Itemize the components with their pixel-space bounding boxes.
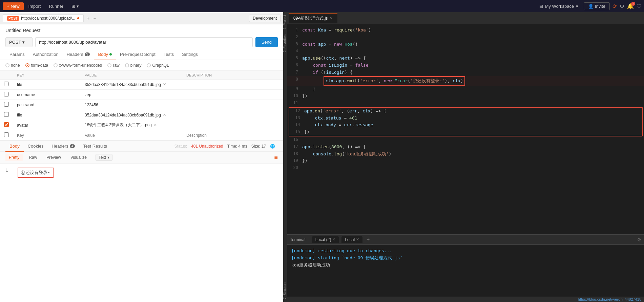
url-input[interactable] [35,37,253,47]
code-line-2: 2 [287,34,644,41]
radio-urlencoded [54,63,58,67]
form-data-table-container: KEY VALUE DESCRIPTION file 352daa384124d… [0,70,283,141]
method-select[interactable]: POST ▾ [5,37,33,47]
terminal-tab1-close-icon[interactable]: ✕ [332,237,335,242]
workspace-button[interactable]: ⊞ My Workspace ▾ [535,2,583,10]
resp-format-raw[interactable]: Raw [25,154,40,161]
code-line-6: 6 const isLogin = false [287,62,644,69]
row5-remove-icon[interactable]: ✕ [154,123,157,127]
structure-tab[interactable]: 7. Structure [283,279,287,302]
resp-line-num: 1 [5,168,12,178]
tab-body[interactable]: Body [94,49,116,60]
code-line-18: 18 console.log('koa服务器启动成功') [287,151,644,158]
row6-checkbox[interactable] [4,132,9,137]
terminal-tab2-close-icon[interactable]: ✕ [356,237,359,242]
invite-button[interactable]: 👤 Invite [584,2,610,10]
runner-button[interactable]: Runner [45,2,67,10]
code-line-16: 16 [287,136,644,144]
editor-tab-main[interactable]: 09-错误处理方式.js ✕ [289,13,337,23]
option-graphql[interactable]: GraphQL [147,63,169,68]
resp-tab-body[interactable]: Body [5,141,24,152]
response-content: 1 您还没有登录~ [0,164,283,302]
status-label: Status: [174,144,187,149]
footer-url[interactable]: https://blog.csdn.net/weixin_44827418 [287,297,644,302]
table-row: file 352daa384124de184ac83cb6ba091db.jpg… [0,110,283,120]
resp-format-visualize[interactable]: Visualize [67,154,90,161]
resp-format-preview[interactable]: Preview [43,154,64,161]
option-raw[interactable]: raw [107,63,119,68]
new-tab-button[interactable]: + [85,15,91,21]
editor-close-icon[interactable]: ✕ [330,16,333,21]
import-button[interactable]: Import [25,2,44,10]
terminal-tab-local[interactable]: Local ✕ [341,236,362,243]
layout-button[interactable]: ⊞ ▾ [68,2,82,10]
tab-url: http://localhost:8000/upload/... [21,16,75,21]
row2-checkbox[interactable] [4,92,9,96]
more-tabs-button[interactable]: ··· [92,16,97,21]
headers-count-badge: 9 [85,52,90,56]
postman-panel: POST http://localhost:8000/upload/... + … [0,12,283,302]
row1-remove-icon[interactable]: ✕ [163,82,166,87]
option-none[interactable]: none [5,63,20,68]
bell-icon[interactable]: 🔔1 [627,3,634,9]
resp-tab-headers[interactable]: Headers 4 [48,141,79,152]
request-tab-bar: POST http://localhost:8000/upload/... + … [0,12,283,24]
favorites-tab[interactable]: 2. Favorites [283,32,287,55]
right-vert-tabs: 1. Project 2. Favorites 7. Structure [283,12,287,302]
option-form-data[interactable]: form-data [25,63,48,68]
settings-icon[interactable]: ⚙ [620,3,624,9]
row5-value: 18软件工程4-3班课表（大二下）.png ✕ [81,120,182,130]
tab-authorization[interactable]: Authorization [29,49,63,60]
code-line-9: 9 } [287,86,644,93]
environment-badge[interactable]: Development [249,15,281,22]
code-line-11: 11 [287,100,644,107]
wrap-button[interactable]: ≡ [274,154,278,161]
row6-desc-input[interactable] [186,133,279,138]
th-desc: DESCRIPTION [182,71,283,80]
option-urlencoded[interactable]: x-www-form-urlencoded [54,63,102,68]
row4-checkbox[interactable] [4,112,9,117]
heart-icon[interactable]: ♡ [637,3,641,9]
response-section: Body Cookies Headers 4 Test Results Stat… [0,141,283,302]
resp-format-pretty[interactable]: Pretty [5,154,23,161]
row1-desc [182,80,283,90]
table-row: username zep [0,90,283,100]
code-editor[interactable]: 1 const Koa = require('koa') 2 3 const a… [287,24,644,234]
tab-tests[interactable]: Tests [160,49,178,60]
option-binary[interactable]: binary [125,63,142,68]
new-button[interactable]: + New [3,2,24,10]
row2-key: username [13,90,81,100]
request-tab[interactable]: POST http://localhost:8000/upload/... [3,14,84,22]
terminal-settings-icon[interactable]: ⚙ [637,237,641,243]
row6-value-input[interactable] [85,133,178,138]
layout-icon: ⊞ [71,4,75,9]
resp-tab-cookies[interactable]: Cookies [24,141,48,152]
row4-desc [182,110,283,120]
response-tabs-bar: Body Cookies Headers 4 Test Results Stat… [0,141,283,152]
row4-remove-icon[interactable]: ✕ [163,113,166,117]
right-panel: 09-错误处理方式.js ✕ 1 const Koa = require('ko… [287,12,644,302]
terminal-add-icon[interactable]: + [367,237,370,243]
row1-checkbox[interactable] [4,82,9,86]
project-tab[interactable]: 1. Project [283,12,287,32]
code-line-19: 19 }) [287,157,644,165]
terminal-line-1: [nodemon] restarting due to changes... [291,247,640,255]
plus-icon: + [7,4,9,9]
tab-settings[interactable]: Settings [178,49,202,60]
terminal-tab-local2[interactable]: Local (2) ✕ [312,236,339,243]
top-nav: + New Import Runner ⊞ ▾ ⊞ My Workspace ▾… [0,0,644,12]
tab-headers[interactable]: Headers 9 [63,49,94,60]
row3-value: 123456 [81,100,182,110]
resp-text-format-select[interactable]: Text ▾ [96,154,112,161]
row6-key-input[interactable] [17,133,77,138]
sync-icon[interactable]: ⟳ [612,3,617,9]
send-button[interactable]: Send [255,37,278,47]
tab-pre-request[interactable]: Pre-request Script [116,49,160,60]
row3-checkbox[interactable] [4,102,9,107]
globe-icon: 🌐 [270,144,275,149]
row5-checkbox[interactable] [4,122,9,127]
resp-tab-test-results[interactable]: Test Results [79,141,111,152]
tab-params[interactable]: Params [5,49,29,60]
row2-value: zep [81,90,182,100]
main-tabs-bar: Params Authorization Headers 9 Body Pre-… [0,49,283,60]
